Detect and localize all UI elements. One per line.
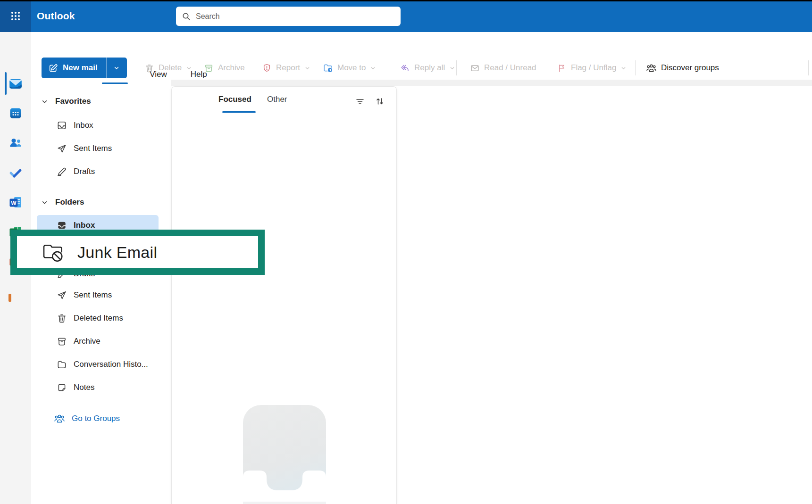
- junk-email-annotation[interactable]: Junk Email: [10, 230, 265, 275]
- mail-read-icon: [470, 63, 480, 73]
- people-icon: [54, 413, 65, 424]
- toolbar-divider: [635, 60, 636, 75]
- new-mail-split-button: New mail: [42, 58, 127, 78]
- content-top-band: [171, 80, 812, 86]
- go-to-groups-label: Go to Groups: [72, 414, 120, 423]
- sidebar-item-sent-items[interactable]: Sent Items: [37, 286, 159, 305]
- todo-check-icon: [8, 165, 23, 180]
- search-icon: [182, 12, 191, 21]
- people-icon: [646, 63, 657, 74]
- folder-pane: Favorites Inbox Sent Items: [31, 86, 168, 504]
- people-app-icon: [8, 136, 23, 150]
- calendar-icon: [8, 106, 23, 120]
- folder-move-icon: [323, 63, 333, 73]
- archive-label: Archive: [218, 63, 245, 73]
- report-button[interactable]: Report: [258, 58, 314, 78]
- toolbar-divider: [456, 60, 457, 75]
- junk-folder-icon: [42, 242, 66, 263]
- focused-tab-underline: [222, 111, 256, 113]
- favorites-section-header[interactable]: Favorites: [42, 94, 91, 108]
- inbox-filled-icon: [57, 220, 67, 231]
- discover-groups-label: Discover groups: [661, 63, 719, 73]
- rail-item-outlook[interactable]: [0, 72, 31, 95]
- inbox-icon: [57, 120, 67, 131]
- sidebar-item-label: Sent Items: [74, 290, 112, 300]
- sidebar-item-label: Inbox: [74, 221, 95, 230]
- rail-item-calendar[interactable]: [0, 102, 31, 124]
- read-unread-button[interactable]: Read / Unread: [466, 58, 540, 78]
- sidebar-item-conversation-history[interactable]: Conversation Histo...: [37, 355, 159, 374]
- sidebar-item-archive[interactable]: Archive: [37, 332, 159, 351]
- sidebar-item-label: Deleted Items: [74, 314, 123, 323]
- empty-state-illustration: [243, 405, 326, 504]
- rail-item-word[interactable]: W: [0, 191, 31, 214]
- move-to-button[interactable]: Move to: [319, 58, 380, 78]
- folders-section-header[interactable]: Folders: [42, 195, 84, 209]
- folders-label: Folders: [55, 198, 84, 207]
- go-to-groups-link[interactable]: Go to Groups: [37, 409, 159, 428]
- note-icon: [57, 382, 67, 393]
- sidebar-item-notes[interactable]: Notes: [37, 378, 159, 397]
- trash-icon: [57, 313, 67, 323]
- reply-all-button[interactable]: Reply all: [396, 58, 459, 78]
- flag-unflag-button[interactable]: Flag / Unflag: [553, 58, 630, 78]
- chevron-down-icon: [42, 199, 48, 206]
- app-launcher-button[interactable]: [0, 0, 31, 32]
- archive-icon: [57, 336, 67, 347]
- message-list-header: Focused Other: [172, 87, 396, 114]
- pencil-icon: [57, 166, 67, 177]
- sort-icon[interactable]: [375, 96, 385, 107]
- send-icon: [57, 143, 67, 154]
- sidebar-item-fav-inbox[interactable]: Inbox: [37, 116, 159, 135]
- chevron-down-icon: [370, 65, 376, 71]
- sidebar-item-label: Archive: [74, 337, 100, 346]
- report-label: Report: [276, 63, 300, 73]
- chevron-down-icon: [42, 99, 48, 105]
- discover-groups-button[interactable]: Discover groups: [642, 58, 723, 78]
- rail-item-people[interactable]: [0, 132, 31, 154]
- favorites-label: Favorites: [55, 97, 91, 106]
- chevron-down-icon: [304, 65, 310, 71]
- chevron-down-icon: [113, 65, 120, 71]
- toolbar-divider: [808, 60, 809, 75]
- filter-icon[interactable]: [355, 96, 365, 107]
- waffle-icon: [10, 10, 21, 22]
- hidden-app-icon-sliver: [8, 294, 11, 302]
- read-unread-label: Read / Unread: [484, 63, 536, 73]
- sidebar-item-label: Inbox: [74, 121, 93, 130]
- sidebar-item-label: Notes: [74, 383, 94, 392]
- archive-button[interactable]: Archive: [200, 58, 249, 78]
- app-title: Outlook: [37, 0, 75, 32]
- folder-icon: [57, 359, 67, 370]
- reply-all-label: Reply all: [414, 63, 445, 73]
- sidebar-item-deleted-items[interactable]: Deleted Items: [37, 309, 159, 328]
- delete-button[interactable]: Delete: [141, 58, 196, 78]
- command-toolbar: New mail Delete: [0, 58, 812, 79]
- sidebar-item-label: Sent Items: [74, 144, 112, 153]
- send-icon: [57, 290, 67, 300]
- chevron-down-icon: [186, 65, 192, 71]
- tab-focused[interactable]: Focused: [218, 95, 251, 104]
- rail-item-todo[interactable]: [0, 161, 31, 184]
- flag-unflag-label: Flag / Unflag: [571, 63, 616, 73]
- new-mail-label: New mail: [63, 63, 98, 73]
- sidebar-item-fav-sent[interactable]: Sent Items: [37, 139, 159, 158]
- new-mail-dropdown-button[interactable]: [106, 58, 127, 78]
- sidebar-item-fav-drafts[interactable]: Drafts: [37, 162, 159, 181]
- search-input[interactable]: [196, 12, 395, 21]
- toolbar-divider: [389, 60, 389, 75]
- word-icon: W: [8, 195, 23, 209]
- search-bar[interactable]: [176, 7, 401, 26]
- annotation-label: Junk Email: [77, 243, 157, 262]
- shield-icon: [262, 63, 272, 73]
- top-bar: Outlook: [0, 0, 812, 32]
- trash-icon: [144, 63, 154, 73]
- reply-all-icon: [400, 63, 410, 73]
- svg-text:W: W: [11, 200, 17, 207]
- archive-icon: [204, 63, 214, 73]
- flag-icon: [557, 63, 567, 73]
- delete-label: Delete: [159, 63, 182, 73]
- tab-other[interactable]: Other: [267, 95, 287, 104]
- new-mail-button[interactable]: New mail: [42, 58, 106, 78]
- outlook-mail-icon: [8, 76, 23, 91]
